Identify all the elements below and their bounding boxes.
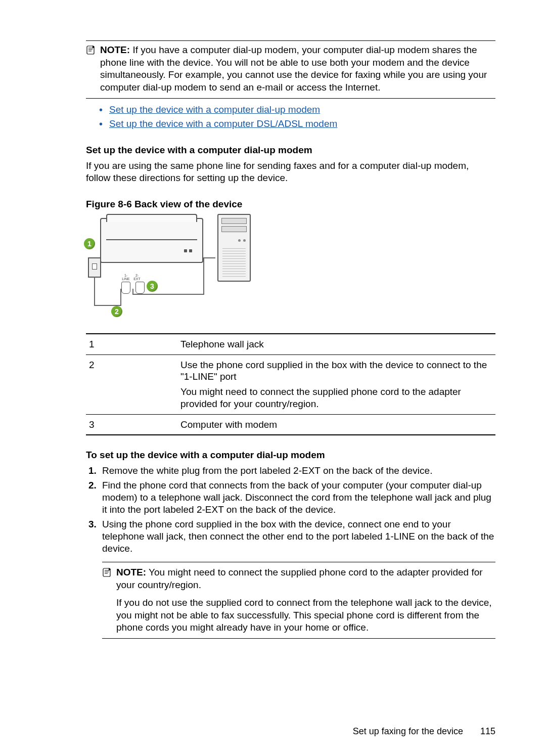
note-box-top: NOTE: If you have a computer dial-up mod… bbox=[86, 40, 495, 99]
cell-num: 1 bbox=[86, 334, 177, 354]
table-row: 2 Use the phone cord supplied in the box… bbox=[86, 354, 495, 414]
step-1: Remove the white plug from the port labe… bbox=[99, 465, 495, 477]
procedure-heading: To set up the device with a computer dia… bbox=[86, 450, 495, 461]
list-item: Set up the device with a computer dial-u… bbox=[99, 104, 495, 116]
note-label: NOTE: bbox=[116, 567, 146, 577]
steps-list: Remove the white plug from the port labe… bbox=[86, 465, 495, 639]
step-text: Remove the white plug from the port labe… bbox=[102, 465, 432, 476]
callout-1: 1 bbox=[84, 238, 95, 249]
list-item: Set up the device with a computer DSL/AD… bbox=[99, 118, 495, 130]
cell-desc: Telephone wall jack bbox=[177, 334, 495, 354]
cell-text: Use the phone cord supplied in the box w… bbox=[180, 359, 490, 383]
note-text: NOTE: If you have a computer dial-up mod… bbox=[100, 44, 495, 94]
links-list: Set up the device with a computer dial-u… bbox=[86, 104, 495, 130]
note-label: NOTE: bbox=[100, 45, 130, 55]
cell-num: 2 bbox=[86, 354, 177, 414]
table-row: 1 Telephone wall jack bbox=[86, 334, 495, 354]
note-body: NOTE: You might need to connect the supp… bbox=[116, 566, 495, 634]
callout-3: 3 bbox=[147, 281, 158, 292]
wall-jack-graphic bbox=[88, 257, 101, 278]
link-dialup[interactable]: Set up the device with a computer dial-u… bbox=[109, 104, 320, 115]
callout-table: 1 Telephone wall jack 2 Use the phone co… bbox=[86, 333, 495, 436]
cell-text: Computer with modem bbox=[180, 419, 490, 431]
table-row: 3 Computer with modem bbox=[86, 414, 495, 435]
pc-tower-graphic bbox=[217, 214, 251, 282]
step-text: Find the phone cord that connects from t… bbox=[102, 480, 491, 515]
page-footer: Set up faxing for the device 115 bbox=[353, 726, 495, 737]
cell-num: 3 bbox=[86, 414, 177, 435]
callout-2: 2 bbox=[111, 306, 122, 317]
note-text: If you do not use the supplied cord to c… bbox=[116, 597, 495, 634]
figure-diagram: 1-LINE2-EXT 1 2 3 bbox=[86, 213, 253, 319]
note-text: You might need to connect the supplied p… bbox=[116, 567, 483, 590]
step-text: Using the phone cord supplied in the box… bbox=[102, 519, 494, 554]
cell-desc: Use the phone cord supplied in the box w… bbox=[177, 354, 495, 414]
note-box-sub: NOTE: You might need to connect the supp… bbox=[102, 562, 495, 638]
note-icon bbox=[86, 44, 100, 94]
section-heading: Set up the device with a computer dial-u… bbox=[86, 145, 495, 156]
note-icon bbox=[102, 566, 116, 634]
section-intro: If you are using the same phone line for… bbox=[86, 160, 495, 185]
figure-caption: Figure 8-6 Back view of the device bbox=[86, 199, 495, 210]
step-3: Using the phone cord supplied in the box… bbox=[99, 518, 495, 639]
printer-graphic bbox=[100, 218, 203, 263]
cell-desc: Computer with modem bbox=[177, 414, 495, 435]
footer-page-number: 115 bbox=[480, 726, 495, 737]
cell-text: Telephone wall jack bbox=[180, 338, 490, 350]
note-body-text: If you have a computer dial-up modem, yo… bbox=[100, 45, 487, 93]
link-dsladsl[interactable]: Set up the device with a computer DSL/AD… bbox=[109, 118, 337, 129]
step-2: Find the phone cord that connects from t… bbox=[99, 479, 495, 516]
footer-section: Set up faxing for the device bbox=[353, 726, 463, 737]
cell-text: You might need to connect the supplied p… bbox=[180, 386, 490, 410]
